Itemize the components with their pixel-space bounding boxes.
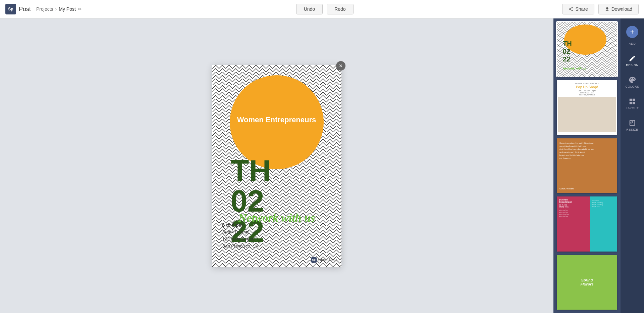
design-label: DESIGN — [626, 63, 639, 67]
layout-icon-item[interactable]: LAYOUT — [621, 93, 644, 115]
resize-label: RESIZE — [626, 128, 638, 131]
breadcrumb-sep: › — [55, 6, 57, 12]
event-venue: Spark Lounge — [222, 229, 259, 236]
topbar-right: Share Download — [562, 4, 644, 14]
watermark: Sp Adobe Spark — [311, 257, 337, 263]
app-logo: Sp — [5, 4, 16, 14]
thumbnail-5[interactable]: SpringFlavors — [557, 255, 617, 310]
design-card[interactable]: Women Entrepreneurs TH 02 22 Network wit… — [212, 65, 341, 267]
canvas-area: ✕ Women Entrepreneurs — [0, 18, 553, 313]
add-icon-item[interactable]: + ADD — [621, 23, 644, 50]
icon-panel: + ADD DESIGN COLORS LAYOUT RESIZE — [621, 18, 644, 313]
design-card-wrapper: ✕ Women Entrepreneurs — [212, 65, 341, 267]
undo-button[interactable]: Undo — [296, 4, 323, 14]
layout-icon — [629, 98, 636, 105]
download-button[interactable]: Download — [598, 4, 639, 14]
delete-button[interactable]: ✕ — [336, 61, 345, 71]
share-label: Share — [575, 6, 588, 12]
colors-icon — [629, 76, 636, 84]
add-button[interactable]: + — [626, 26, 638, 38]
watermark-logo: Sp — [311, 257, 317, 263]
event-address1: 123 Main Street — [222, 236, 259, 243]
resize-icon-item[interactable]: RESIZE — [621, 115, 644, 136]
thumbnail-4[interactable]: ScienceExperiment: DO IT ANDWRITE THIS ■… — [557, 196, 617, 251]
circle-text: Women Entrepreneurs — [230, 116, 324, 124]
topbar-center: Undo Redo — [87, 4, 562, 14]
event-details: 6 to 9 pm Spark Lounge 123 Main Street S… — [222, 221, 259, 250]
event-address2: San Francisco, CA — [222, 243, 259, 250]
thumbnail-1[interactable]: TH0222 Network with us — [557, 22, 617, 77]
logo-area: Sp Post Projects › My Post ✏ — [0, 4, 87, 14]
thumbnails-panel: TH0222 Network with us THANK YOUR LOCALS… — [553, 18, 621, 313]
layout-label: LAYOUT — [626, 106, 639, 110]
thumbnail-3[interactable]: Sometimes when I'm sad I think aboutsome… — [557, 138, 617, 193]
download-label: Download — [611, 6, 632, 12]
date-line1: TH — [231, 156, 271, 186]
colors-icon-item[interactable]: COLORS — [621, 72, 644, 93]
watermark-text: Adobe Spark — [318, 258, 337, 262]
breadcrumb-parent[interactable]: Projects — [36, 6, 53, 12]
download-icon — [605, 7, 609, 11]
app-name: Post — [19, 6, 31, 13]
breadcrumb: Projects › My Post ✏ — [36, 6, 82, 12]
event-time: 6 to 9 pm — [222, 221, 259, 229]
add-label: ADD — [629, 42, 636, 45]
resize-icon — [629, 119, 636, 127]
share-button[interactable]: Share — [562, 4, 594, 14]
right-sidebar: TH0222 Network with us THANK YOUR LOCALS… — [553, 18, 644, 313]
share-icon — [569, 7, 573, 11]
breadcrumb-current: My Post — [59, 6, 76, 12]
thumbnail-2[interactable]: THANK YOUR LOCALS Pop Up Shop! Jan 1 - 2… — [557, 80, 617, 135]
colors-label: COLORS — [625, 85, 639, 88]
design-icon — [629, 55, 636, 62]
topbar: Sp Post Projects › My Post ✏ Undo Redo S… — [0, 0, 644, 18]
redo-button[interactable]: Redo — [327, 4, 353, 14]
design-icon-item[interactable]: DESIGN — [621, 50, 644, 72]
edit-title-icon[interactable]: ✏ — [78, 6, 82, 12]
